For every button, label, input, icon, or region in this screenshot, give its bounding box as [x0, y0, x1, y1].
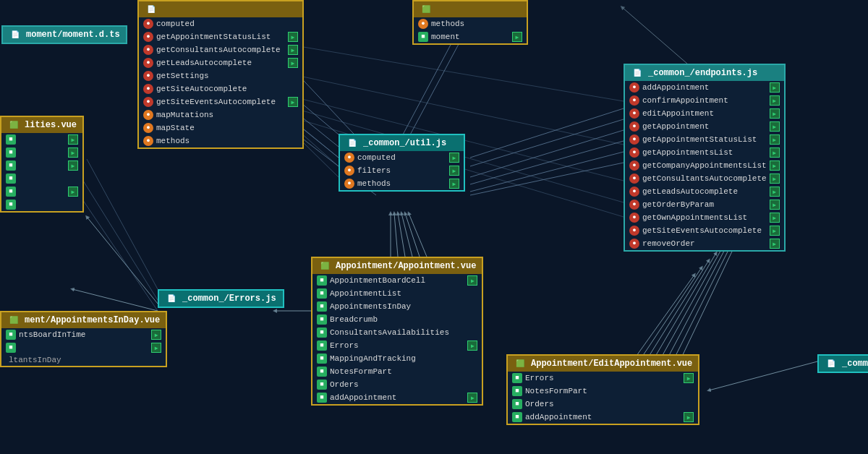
row-appt-MappingAndTracking[interactable]: ■ MappingAndTracking — [312, 352, 482, 365]
row-editAppointment[interactable]: ● editAppointment ▶ — [625, 107, 784, 120]
expand-gas[interactable]: ▶ — [288, 32, 298, 42]
expand-gca[interactable]: ▶ — [288, 45, 298, 55]
row-appt-AppointmentsInDay[interactable]: ■ AppointmentsInDay — [312, 300, 482, 313]
row-getSiteEventsAutocomplete[interactable]: ● getSiteEventsAutocomplete ▶ — [139, 95, 302, 108]
row-ep-removeOrder[interactable]: ● removeOrder ▶ — [625, 237, 784, 250]
row-inday-ntsBoard[interactable]: ■ ntsBoardInTime ▶ — [1, 328, 166, 341]
row-getLeadsAutocomplete[interactable]: ● getLeadsAutocomplete ▶ — [139, 56, 302, 69]
node-edit-appointment[interactable]: 🟩 Appointment/EditAppointment.vue ■ Erro… — [506, 354, 699, 425]
node-appts-inday[interactable]: 🟩 ment/AppointmentsInDay.vue ■ ntsBoardI… — [0, 311, 167, 367]
row-lities-3[interactable]: ■ ▶ — [1, 159, 82, 172]
row-ep-getConsultantsAutocomplete[interactable]: ● getConsultantsAutocomplete ▶ — [625, 172, 784, 185]
node-edit-appt-title: Appointment/EditAppointment.vue — [531, 359, 692, 369]
expand-util-computed[interactable]: ▶ — [449, 153, 459, 163]
row-util-computed[interactable]: ● computed ▶ — [340, 151, 464, 164]
row-lities-4[interactable]: ■ — [1, 172, 82, 185]
expand-util-methods[interactable]: ▶ — [449, 179, 459, 189]
expand-gapp[interactable]: ▶ — [770, 121, 780, 132]
row-computed[interactable]: ● computed — [139, 17, 302, 30]
expand-ep-gasl[interactable]: ▶ — [770, 134, 780, 145]
row-getAppointment[interactable]: ● getAppointment ▶ — [625, 120, 784, 133]
node-common-bottom[interactable]: 📄 _common_ — [817, 354, 868, 373]
row-ep-getCompanyAppointmentsList[interactable]: ● getCompanyAppointmentsList ▶ — [625, 159, 784, 172]
expand-ep-gobp[interactable]: ▶ — [770, 200, 780, 210]
expand-ep-goal[interactable]: ▶ — [770, 213, 780, 223]
expand-ep-gca[interactable]: ▶ — [770, 174, 780, 184]
row-edit-NotesFormPart[interactable]: ■ NotesFormPart — [508, 385, 698, 398]
row-getSiteAutocomplete[interactable]: ● getSiteAutocomplete — [139, 82, 302, 95]
row-appt-ConsultantsAvailabilities[interactable]: ■ ConsultantsAvailabilities — [312, 326, 482, 339]
row-edit-addAppointment[interactable]: ■ addAppointment ▶ — [508, 411, 698, 424]
node-common-errors[interactable]: 📄 _common_/Errors.js — [158, 289, 284, 308]
js-icon-bottom: 📄 — [825, 359, 838, 369]
expand-ep-ro[interactable]: ▶ — [770, 239, 780, 249]
row-appt-Breadcrumb[interactable]: ■ Breadcrumb — [312, 313, 482, 326]
row-appt-addAppointment[interactable]: ■ addAppointment ▶ — [312, 391, 482, 404]
row-edit-Orders[interactable]: ■ Orders — [508, 398, 698, 411]
row-appt-AppointmentList[interactable]: ■ AppointmentList — [312, 287, 482, 300]
node-moment[interactable]: 📄 moment/moment.d.ts — [1, 25, 127, 44]
expand-inday-2[interactable]: ▶ — [151, 343, 161, 353]
row-ep-getAppointmentStatusList[interactable]: ● getAppointmentStatusList ▶ — [625, 133, 784, 146]
expand-edit-err[interactable]: ▶ — [684, 373, 694, 383]
expand-ep-gla[interactable]: ▶ — [770, 187, 780, 197]
row-inday-label[interactable]: ltantsInDay — [1, 354, 166, 366]
row-mapState[interactable]: ● mapState — [139, 121, 302, 134]
expand-aa[interactable]: ▶ — [770, 82, 780, 93]
row-lities-6[interactable]: ■ — [1, 198, 82, 211]
expand-ea[interactable]: ▶ — [770, 108, 780, 119]
row-confirmAppointment[interactable]: ● confirmAppointment ▶ — [625, 94, 784, 107]
node-common-util[interactable]: 📄 _common_/util.js ● computed ▶ ● filter… — [339, 134, 465, 192]
row-ep-getOwnAppointmentsList[interactable]: ● getOwnAppointmentsList ▶ — [625, 211, 784, 224]
row-inday-2[interactable]: ■ ▶ — [1, 341, 166, 354]
label-ep-gca: getConsultantsAutocomplete — [642, 174, 767, 183]
row-getAppointmentStatusList[interactable]: ● getAppointmentStatusList ▶ — [139, 30, 302, 43]
expand-lities-5[interactable]: ▶ — [68, 187, 78, 197]
node-methods-top[interactable]: 🟩 ● methods ■ moment ▶ — [412, 0, 528, 45]
row-appt-Errors[interactable]: ■ Errors ▶ — [312, 339, 482, 352]
ts-file-icon: 📄 — [9, 30, 22, 40]
row-util-filters[interactable]: ● filters ▶ — [340, 164, 464, 177]
row-lities-5[interactable]: ■ ▶ — [1, 185, 82, 198]
expand-util-filters[interactable]: ▶ — [449, 166, 459, 176]
row-ep-getSiteEventsAutocomplete[interactable]: ● getSiteEventsAutocomplete ▶ — [625, 224, 784, 237]
expand-appt-err[interactable]: ▶ — [467, 340, 477, 351]
row-ep-getLeadsAutocomplete[interactable]: ● getLeadsAutocomplete ▶ — [625, 185, 784, 198]
expand-ep-gsea[interactable]: ▶ — [770, 226, 780, 236]
row-lities-1[interactable]: ■ ▶ — [1, 133, 82, 146]
expand-lities-1[interactable]: ▶ — [68, 134, 78, 145]
expand-ep-gal[interactable]: ▶ — [770, 147, 780, 158]
expand-gla[interactable]: ▶ — [288, 58, 298, 68]
expand-edit-add[interactable]: ▶ — [684, 412, 694, 422]
expand-inday-nb[interactable]: ▶ — [151, 330, 161, 340]
node-appt-title: Appointment/Appointment.vue — [336, 261, 476, 271]
expand-appt-abc[interactable]: ▶ — [467, 275, 477, 286]
row-mapMutations[interactable]: ● mapMutations — [139, 108, 302, 121]
row-util-methods[interactable]: ● methods ▶ — [340, 177, 464, 190]
expand-gsea[interactable]: ▶ — [288, 97, 298, 107]
node-appointment-vue[interactable]: 🟩 Appointment/Appointment.vue ■ Appointm… — [311, 257, 483, 406]
expand-ca[interactable]: ▶ — [770, 95, 780, 106]
row-getConsultantsAutocomplete[interactable]: ● getConsultantsAutocomplete ▶ — [139, 43, 302, 56]
row-moment[interactable]: ■ moment ▶ — [414, 30, 527, 43]
node-endpoints[interactable]: 📄 _common_/endpoints.js ● addAppointment… — [624, 64, 786, 252]
expand-lities-3[interactable]: ▶ — [68, 160, 78, 171]
row-ep-getOrderByParam[interactable]: ● getOrderByParam ▶ — [625, 198, 784, 211]
expand-lities-2[interactable]: ▶ — [68, 147, 78, 158]
row-getSettings[interactable]: ● getSettings — [139, 69, 302, 82]
row-edit-Errors[interactable]: ■ Errors ▶ — [508, 372, 698, 385]
expand-appt-add[interactable]: ▶ — [467, 393, 477, 403]
expand-ep-gcal[interactable]: ▶ — [770, 160, 780, 171]
row-appt-NotesFormPart[interactable]: ■ NotesFormPart — [312, 365, 482, 378]
node-lities-vue[interactable]: 🟩 lities.vue ■ ▶ ■ ▶ ■ ▶ ■ — [0, 116, 84, 213]
row-ep-getAppointmentsList[interactable]: ● getAppointmentsList ▶ — [625, 146, 784, 159]
label-appt-al: AppointmentList — [330, 289, 401, 298]
row-methods-top[interactable]: ● methods — [414, 17, 527, 30]
row-addAppointment[interactable]: ● addAppointment ▶ — [625, 81, 784, 94]
expand-moment[interactable]: ▶ — [512, 32, 522, 42]
row-appt-AppointmentBoardCell[interactable]: ■ AppointmentBoardCell ▶ — [312, 274, 482, 287]
row-lities-2[interactable]: ■ ▶ — [1, 146, 82, 159]
row-methods[interactable]: ● methods — [139, 134, 302, 147]
node-store-module[interactable]: 📄 ● computed ● getAppointmentStatusList … — [137, 0, 304, 149]
row-appt-Orders[interactable]: ■ Orders — [312, 378, 482, 391]
